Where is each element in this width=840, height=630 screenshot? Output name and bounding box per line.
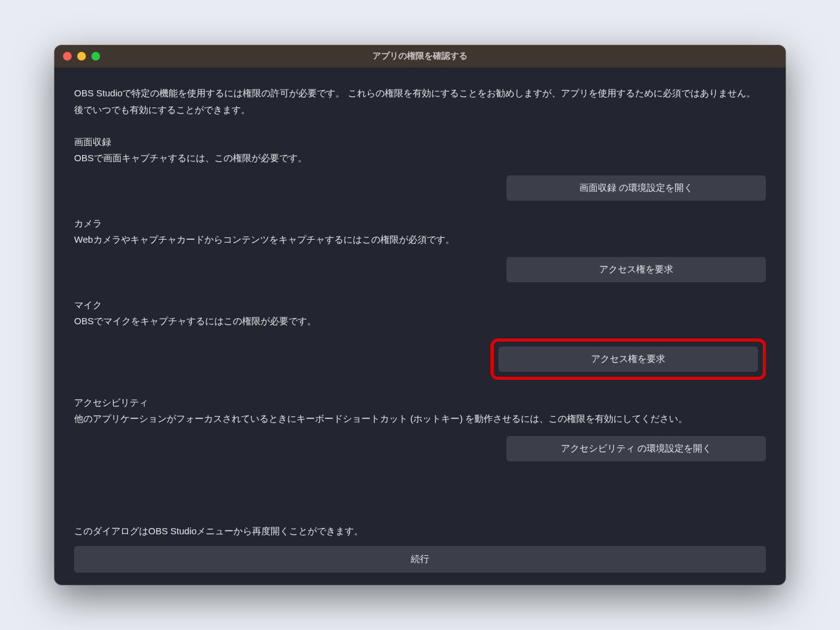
request-camera-access-button[interactable]: アクセス権を要求 (506, 257, 766, 282)
permissions-dialog: アプリの権限を確認する OBS Studioで特定の機能を使用するには権限の許可… (54, 45, 786, 585)
button-row: アクセス権を要求 (74, 338, 766, 380)
button-row: アクセス権を要求 (74, 257, 766, 282)
section-title: カメラ (74, 218, 766, 230)
continue-button[interactable]: 続行 (74, 546, 766, 573)
highlight-annotation: アクセス権を要求 (490, 338, 766, 380)
button-row: 画面収録 の環境設定を開く (74, 175, 766, 201)
intro-text: OBS Studioで特定の機能を使用するには権限の許可が必要です。 これらの権… (74, 85, 766, 118)
section-desc: OBSで画面キャプチャするには、この権限が必要です。 (74, 151, 766, 166)
section-title: マイク (74, 300, 766, 311)
section-desc: 他のアプリケーションがフォーカスされているときにキーボードショートカット (ホッ… (74, 411, 766, 426)
dialog-content: OBS Studioで特定の機能を使用するには権限の許可が必要です。 これらの権… (54, 67, 786, 585)
request-microphone-access-button[interactable]: アクセス権を要求 (498, 346, 758, 372)
section-camera: カメラ Webカメラやキャプチャカードからコンテンツをキャプチャするにはこの権限… (74, 218, 766, 282)
window-controls (54, 52, 100, 61)
open-accessibility-settings-button[interactable]: アクセシビリティ の環境設定を開く (506, 436, 766, 461)
section-title: 画面収録 (74, 136, 766, 148)
minimize-icon[interactable] (77, 52, 86, 61)
titlebar: アプリの権限を確認する (54, 45, 786, 67)
section-screen-recording: 画面収録 OBSで画面キャプチャするには、この権限が必要です。 画面収録 の環境… (74, 136, 766, 201)
open-screen-recording-settings-button[interactable]: 画面収録 の環境設定を開く (506, 175, 766, 201)
button-row: アクセシビリティ の環境設定を開く (74, 436, 766, 461)
footer-note: このダイアログはOBS Studioメニューから再度開くことができます。 (74, 526, 766, 537)
section-title: アクセシビリティ (74, 397, 766, 409)
section-desc: OBSでマイクをキャプチャするにはこの権限が必要です。 (74, 314, 766, 329)
section-microphone: マイク OBSでマイクをキャプチャするにはこの権限が必要です。 アクセス権を要求 (74, 300, 766, 380)
window-title: アプリの権限を確認する (54, 51, 786, 62)
close-icon[interactable] (63, 52, 72, 61)
section-accessibility: アクセシビリティ 他のアプリケーションがフォーカスされているときにキーボードショ… (74, 397, 766, 461)
section-desc: Webカメラやキャプチャカードからコンテンツをキャプチャするにはこの権限が必須で… (74, 232, 766, 247)
zoom-icon[interactable] (91, 52, 100, 61)
